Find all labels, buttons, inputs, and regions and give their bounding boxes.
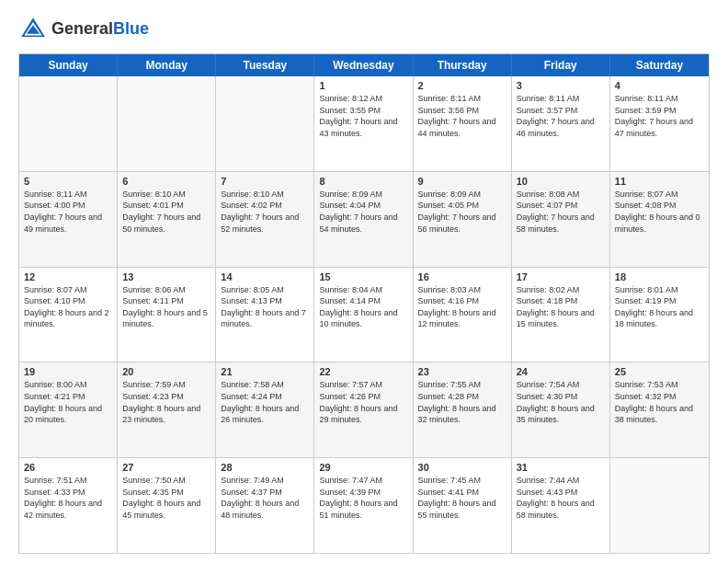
calendar-row-3: 19Sunrise: 8:00 AM Sunset: 4:21 PM Dayli… <box>19 362 709 457</box>
day-info-12: Sunrise: 8:07 AM Sunset: 4:10 PM Dayligh… <box>24 284 112 330</box>
day-number-8: 8 <box>319 176 407 187</box>
empty-cell-0-1 <box>118 76 216 171</box>
header: GeneralBlue <box>18 15 710 44</box>
day-cell-24: 24Sunrise: 7:54 AM Sunset: 4:30 PM Dayli… <box>512 362 610 457</box>
weekday-header-monday: Monday <box>118 54 216 76</box>
page: GeneralBlue SundayMondayTuesdayWednesday… <box>0 0 728 563</box>
day-info-27: Sunrise: 7:50 AM Sunset: 4:35 PM Dayligh… <box>122 475 210 521</box>
day-cell-3: 3Sunrise: 8:11 AM Sunset: 3:57 PM Daylig… <box>512 76 610 171</box>
weekday-header-sunday: Sunday <box>19 54 118 76</box>
day-cell-31: 31Sunrise: 7:44 AM Sunset: 4:43 PM Dayli… <box>512 458 610 553</box>
day-info-23: Sunrise: 7:55 AM Sunset: 4:28 PM Dayligh… <box>418 379 506 425</box>
day-info-4: Sunrise: 8:11 AM Sunset: 3:59 PM Dayligh… <box>615 93 704 139</box>
day-info-8: Sunrise: 8:09 AM Sunset: 4:04 PM Dayligh… <box>319 189 407 235</box>
day-cell-1: 1Sunrise: 8:12 AM Sunset: 3:55 PM Daylig… <box>314 76 413 171</box>
day-number-21: 21 <box>221 366 309 377</box>
logo-blue: Blue <box>113 19 149 38</box>
day-info-25: Sunrise: 7:53 AM Sunset: 4:32 PM Dayligh… <box>615 379 704 425</box>
day-info-18: Sunrise: 8:01 AM Sunset: 4:19 PM Dayligh… <box>615 284 704 330</box>
day-info-9: Sunrise: 8:09 AM Sunset: 4:05 PM Dayligh… <box>418 189 506 235</box>
empty-cell-0-2 <box>216 76 314 171</box>
day-number-26: 26 <box>24 462 112 473</box>
day-number-11: 11 <box>615 176 704 187</box>
day-info-2: Sunrise: 8:11 AM Sunset: 3:56 PM Dayligh… <box>418 93 506 139</box>
day-info-13: Sunrise: 8:06 AM Sunset: 4:11 PM Dayligh… <box>122 284 210 330</box>
day-info-3: Sunrise: 8:11 AM Sunset: 3:57 PM Dayligh… <box>517 93 605 139</box>
day-number-3: 3 <box>517 80 605 91</box>
logo-text: GeneralBlue <box>51 20 149 39</box>
day-number-7: 7 <box>221 176 309 187</box>
day-cell-14: 14Sunrise: 8:05 AM Sunset: 4:13 PM Dayli… <box>216 268 314 362</box>
day-number-12: 12 <box>24 271 112 282</box>
day-cell-19: 19Sunrise: 8:00 AM Sunset: 4:21 PM Dayli… <box>19 362 118 457</box>
day-info-28: Sunrise: 7:49 AM Sunset: 4:37 PM Dayligh… <box>221 475 309 521</box>
day-number-18: 18 <box>615 271 704 282</box>
day-number-9: 9 <box>418 176 506 187</box>
day-info-14: Sunrise: 8:05 AM Sunset: 4:13 PM Dayligh… <box>221 284 309 330</box>
day-cell-29: 29Sunrise: 7:47 AM Sunset: 4:39 PM Dayli… <box>314 458 413 553</box>
weekday-header-row: SundayMondayTuesdayWednesdayThursdayFrid… <box>19 54 709 76</box>
day-number-10: 10 <box>517 176 605 187</box>
empty-cell-0-0 <box>19 76 118 171</box>
day-cell-27: 27Sunrise: 7:50 AM Sunset: 4:35 PM Dayli… <box>118 458 216 553</box>
weekday-header-friday: Friday <box>512 54 610 76</box>
day-number-28: 28 <box>221 462 309 473</box>
day-number-23: 23 <box>418 366 506 377</box>
weekday-header-saturday: Saturday <box>610 54 709 76</box>
day-number-16: 16 <box>418 271 506 282</box>
day-cell-12: 12Sunrise: 8:07 AM Sunset: 4:10 PM Dayli… <box>19 268 118 362</box>
day-info-10: Sunrise: 8:08 AM Sunset: 4:07 PM Dayligh… <box>517 189 605 235</box>
day-number-2: 2 <box>418 80 506 91</box>
day-cell-11: 11Sunrise: 8:07 AM Sunset: 4:08 PM Dayli… <box>610 172 709 267</box>
day-cell-15: 15Sunrise: 8:04 AM Sunset: 4:14 PM Dayli… <box>314 268 413 362</box>
calendar-row-1: 5Sunrise: 8:11 AM Sunset: 4:00 PM Daylig… <box>19 171 709 267</box>
day-cell-9: 9Sunrise: 8:09 AM Sunset: 4:05 PM Daylig… <box>414 172 512 267</box>
day-info-7: Sunrise: 8:10 AM Sunset: 4:02 PM Dayligh… <box>221 189 309 235</box>
calendar-row-4: 26Sunrise: 7:51 AM Sunset: 4:33 PM Dayli… <box>19 457 709 553</box>
day-number-29: 29 <box>319 462 407 473</box>
day-number-31: 31 <box>517 462 605 473</box>
day-cell-25: 25Sunrise: 7:53 AM Sunset: 4:32 PM Dayli… <box>610 362 709 457</box>
day-number-22: 22 <box>319 366 407 377</box>
day-info-19: Sunrise: 8:00 AM Sunset: 4:21 PM Dayligh… <box>24 379 112 425</box>
day-info-26: Sunrise: 7:51 AM Sunset: 4:33 PM Dayligh… <box>24 475 112 521</box>
day-number-24: 24 <box>517 366 605 377</box>
day-number-1: 1 <box>319 80 407 91</box>
day-info-20: Sunrise: 7:59 AM Sunset: 4:23 PM Dayligh… <box>122 379 210 425</box>
day-info-16: Sunrise: 8:03 AM Sunset: 4:16 PM Dayligh… <box>418 284 506 330</box>
day-info-5: Sunrise: 8:11 AM Sunset: 4:00 PM Dayligh… <box>24 189 112 235</box>
day-number-6: 6 <box>122 176 210 187</box>
day-number-4: 4 <box>615 80 704 91</box>
day-cell-13: 13Sunrise: 8:06 AM Sunset: 4:11 PM Dayli… <box>118 268 216 362</box>
calendar: SundayMondayTuesdayWednesdayThursdayFrid… <box>18 53 710 554</box>
day-cell-18: 18Sunrise: 8:01 AM Sunset: 4:19 PM Dayli… <box>610 268 709 362</box>
day-cell-2: 2Sunrise: 8:11 AM Sunset: 3:56 PM Daylig… <box>414 76 512 171</box>
day-number-30: 30 <box>418 462 506 473</box>
day-info-11: Sunrise: 8:07 AM Sunset: 4:08 PM Dayligh… <box>615 189 704 235</box>
day-info-17: Sunrise: 8:02 AM Sunset: 4:18 PM Dayligh… <box>517 284 605 330</box>
day-cell-10: 10Sunrise: 8:08 AM Sunset: 4:07 PM Dayli… <box>512 172 610 267</box>
day-cell-8: 8Sunrise: 8:09 AM Sunset: 4:04 PM Daylig… <box>314 172 413 267</box>
day-cell-26: 26Sunrise: 7:51 AM Sunset: 4:33 PM Dayli… <box>19 458 118 553</box>
day-info-29: Sunrise: 7:47 AM Sunset: 4:39 PM Dayligh… <box>319 475 407 521</box>
logo: GeneralBlue <box>18 15 149 44</box>
day-cell-5: 5Sunrise: 8:11 AM Sunset: 4:00 PM Daylig… <box>19 172 118 267</box>
day-cell-30: 30Sunrise: 7:45 AM Sunset: 4:41 PM Dayli… <box>414 458 512 553</box>
day-info-15: Sunrise: 8:04 AM Sunset: 4:14 PM Dayligh… <box>319 284 407 330</box>
day-cell-6: 6Sunrise: 8:10 AM Sunset: 4:01 PM Daylig… <box>118 172 216 267</box>
calendar-body: 1Sunrise: 8:12 AM Sunset: 3:55 PM Daylig… <box>19 76 709 553</box>
day-number-17: 17 <box>517 271 605 282</box>
day-cell-28: 28Sunrise: 7:49 AM Sunset: 4:37 PM Dayli… <box>216 458 314 553</box>
day-number-19: 19 <box>24 366 112 377</box>
day-number-20: 20 <box>122 366 210 377</box>
day-cell-16: 16Sunrise: 8:03 AM Sunset: 4:16 PM Dayli… <box>414 268 512 362</box>
empty-cell-4-6 <box>610 458 709 553</box>
day-cell-21: 21Sunrise: 7:58 AM Sunset: 4:24 PM Dayli… <box>216 362 314 457</box>
day-number-27: 27 <box>122 462 210 473</box>
weekday-header-wednesday: Wednesday <box>314 54 413 76</box>
weekday-header-tuesday: Tuesday <box>216 54 314 76</box>
day-info-31: Sunrise: 7:44 AM Sunset: 4:43 PM Dayligh… <box>517 475 605 521</box>
calendar-row-2: 12Sunrise: 8:07 AM Sunset: 4:10 PM Dayli… <box>19 267 709 362</box>
logo-icon <box>18 15 48 44</box>
day-info-30: Sunrise: 7:45 AM Sunset: 4:41 PM Dayligh… <box>418 475 506 521</box>
